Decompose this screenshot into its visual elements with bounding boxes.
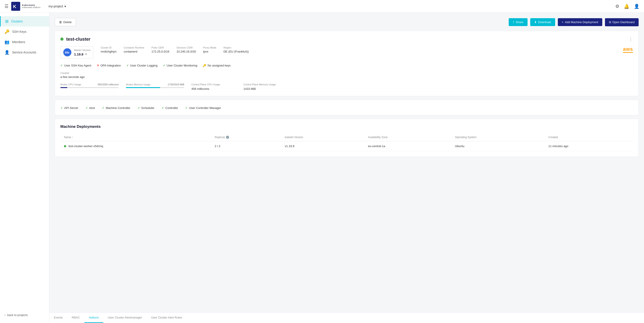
nodes-cpu-value: 395/3200 millicores	[98, 83, 119, 86]
open-dashboard-label: Open Dashboard	[612, 21, 634, 24]
check-icon: ✓	[163, 64, 166, 67]
cluster-card: test-cluster ⋮ k8s Master Version 1.19.9…	[55, 31, 638, 96]
region-value: DE (EU (Frankfurt))	[224, 50, 249, 53]
svg-text:k8s: k8s	[65, 51, 69, 54]
cluster-menu-icon[interactable]: ⋮	[628, 36, 633, 42]
machine-deployments-table-container: Name ↑ Replicas i kubelet Version Availa…	[60, 133, 633, 151]
cp-mem-value: 1433 MiB	[244, 87, 288, 91]
x-icon: ✕	[97, 64, 99, 67]
col-replicas: Replicas i	[211, 133, 281, 141]
cluster-id-field: Cluster ID mn8zhglhpn	[100, 46, 116, 53]
svg-text:K: K	[13, 4, 16, 9]
add-machine-deployment-button[interactable]: + Add Machine Deployment	[558, 18, 602, 26]
project-selector[interactable]: my-project ▾	[48, 5, 66, 8]
col-kubelet-version: kubelet Version	[281, 133, 364, 141]
sshkey-icon: 🔑	[4, 29, 10, 34]
key-icon: 🔑	[202, 64, 206, 67]
region-label: Region	[224, 46, 249, 49]
pods-cidr-value: 172.25.0.0/16	[152, 50, 170, 53]
sidebar-item-clusters[interactable]: ⊞ Clusters	[0, 16, 49, 27]
nodes-memory-label: Nodes Memory Usage	[126, 83, 150, 86]
feature-label: User SSH Key Agent	[64, 64, 91, 67]
aws-text: aws	[623, 46, 633, 52]
check-icon: ✓	[185, 106, 188, 110]
services-cidr-field: Services CIDR 10.240.16.0/20	[176, 46, 196, 53]
cp-mem-label: Control Plane Memory Usage	[244, 83, 288, 86]
download-icon: ⬇	[534, 21, 537, 24]
health-label: Controller	[166, 106, 178, 110]
logo: K Kubermatic Kubernetes Platform	[11, 2, 40, 11]
cell-kubelet-version: v1.19.9	[281, 141, 364, 151]
pods-cidr-field: Pods CIDR 172.25.0.0/16	[152, 46, 170, 53]
health-card: ✓ API Server ✓ etcd ✓ Machine Controller…	[55, 100, 638, 115]
logo-icon: K	[11, 2, 20, 11]
clusters-icon: ⊞	[5, 19, 8, 24]
feature-badges: ✓ User SSH Key Agent ✕ OPA Integration ✓…	[60, 64, 633, 67]
services-cidr-value: 10.240.16.0/20	[176, 50, 196, 53]
back-to-projects[interactable]: ‹ back to projects	[0, 311, 49, 319]
check-icon: ✓	[86, 106, 88, 110]
feature-no-assigned-keys: 🔑 No assigned keys	[202, 64, 231, 67]
health-user-controller-manager: ✓ User Controller Manager	[185, 106, 221, 110]
download-button[interactable]: ⬇ Download	[530, 18, 555, 26]
tab-user-cluster-alert-rules[interactable]: User Cluster Alert Rules	[146, 313, 187, 323]
health-etcd: ✓ etcd	[86, 106, 95, 110]
feature-user-cluster-logging: ✓ User Cluster Logging	[126, 64, 158, 67]
health-scheduler: ✓ Scheduler	[138, 106, 154, 110]
col-availability-zone: Availability Zone	[364, 133, 452, 141]
settings-icon[interactable]: ⚙	[615, 4, 619, 9]
master-version-value: 1.19.9	[74, 52, 84, 56]
toolbar: 🗑 Delete ⤴ Share ⬇ Download + Add Machin…	[55, 18, 638, 26]
feature-label: User Cluster Monitoring	[167, 64, 198, 67]
nodes-cpu-label: Nodes CPU Usage	[60, 83, 81, 86]
logo-text-top: Kubermatic	[22, 4, 36, 6]
delete-button[interactable]: 🗑 Delete	[55, 18, 76, 26]
nodes-cpu-bar-bg	[60, 87, 119, 88]
user-icon[interactable]: 👤	[634, 4, 640, 9]
sidebar-item-serviceaccounts[interactable]: 👤 Service Accounts	[0, 47, 49, 58]
cluster-id-value: mn8zhglhpn	[100, 50, 116, 53]
bottom-tabs: Events RBAC Addons User Cluster Alertman…	[49, 312, 644, 323]
members-icon: 👥	[4, 40, 10, 45]
feature-label: OPA Integration	[100, 64, 121, 67]
nodes-cpu-usage: Nodes CPU Usage 395/3200 millicores	[60, 83, 119, 91]
check-icon: ✓	[126, 64, 129, 67]
add-machine-label: Add Machine Deployment	[565, 21, 598, 24]
cell-availability-zone: eu-central-1a	[364, 141, 452, 151]
sidebar-label-sshkeys: SSH Keys	[12, 30, 26, 34]
tab-user-cluster-alertmanager[interactable]: User Cluster Alertmanager	[103, 313, 146, 323]
created-row: Created a few seconds ago	[60, 72, 633, 79]
tab-rbac[interactable]: RBAC	[67, 313, 84, 323]
sidebar-label-members: Members	[12, 40, 25, 44]
check-icon: ✓	[138, 106, 140, 110]
region-field: Region DE (EU (Frankfurt))	[224, 46, 249, 53]
nodes-memory-usage: Nodes Memory Usage 1730/2910 MiB	[126, 83, 184, 91]
master-version-box[interactable]: k8s Master Version 1.19.9 ▾	[60, 46, 93, 58]
hamburger-icon[interactable]: ☰	[4, 4, 8, 9]
health-label: Scheduler	[141, 106, 154, 110]
feature-label: No assigned keys	[208, 64, 231, 67]
table-row[interactable]: test-cluster-worker-v5drmq 2 / 2 v1.19.9…	[60, 141, 633, 151]
health-label: API Server	[64, 106, 78, 110]
cluster-name: test-cluster	[66, 37, 90, 42]
health-api-server: ✓ API Server	[60, 106, 78, 110]
cluster-id-label: Cluster ID	[100, 46, 116, 49]
cluster-info-fields: Cluster ID mn8zhglhpn Container Runtime …	[100, 46, 633, 53]
sidebar-item-members[interactable]: 👥 Members	[0, 37, 49, 47]
cp-cpu-label: Control Plane CPU Usage	[192, 83, 236, 86]
control-plane-memory-usage: Control Plane Memory Usage 1433 MiB	[244, 83, 288, 91]
container-runtime-value: containerd	[124, 50, 144, 53]
share-button[interactable]: ⤴ Share	[509, 18, 528, 26]
nodes-memory-bar-bg	[126, 87, 184, 88]
proxy-mode-label: Proxy Mode	[203, 46, 216, 49]
tab-addons[interactable]: Addons	[84, 313, 103, 323]
notification-icon[interactable]: 🔔	[624, 4, 630, 9]
k8s-icon: k8s	[63, 48, 71, 56]
project-arrow-icon: ▾	[64, 5, 66, 8]
cp-cpu-value: 456 millicores	[192, 87, 236, 91]
sidebar-item-sshkeys[interactable]: 🔑 SSH Keys	[0, 27, 49, 37]
open-dashboard-button[interactable]: ⧉ Open Dashboard	[605, 18, 638, 26]
tab-events[interactable]: Events	[49, 313, 67, 323]
proxy-mode-field: Proxy Mode ipvs	[203, 46, 216, 53]
proxy-mode-value: ipvs	[203, 50, 216, 53]
